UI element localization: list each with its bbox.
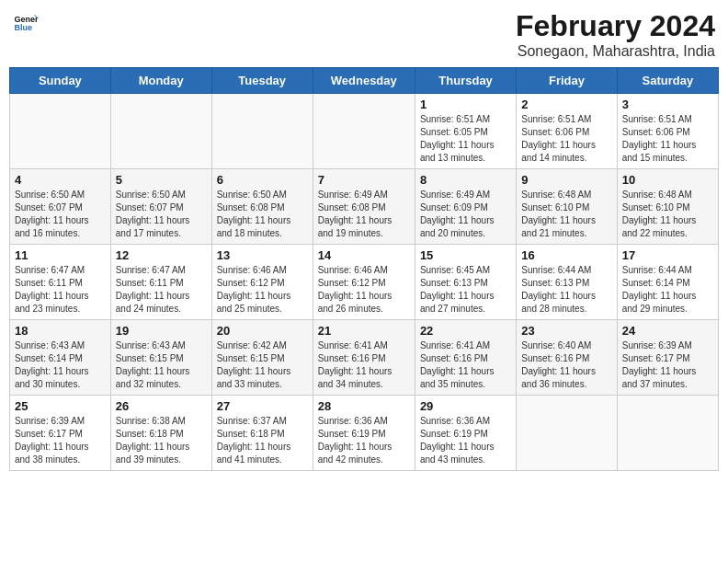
day-info: Sunrise: 6:39 AMSunset: 6:17 PMDaylight:… (622, 339, 713, 391)
day-info: Sunrise: 6:47 AMSunset: 6:11 PMDaylight:… (15, 264, 106, 316)
day-number: 15 (420, 248, 511, 262)
calendar-cell (313, 94, 415, 169)
calendar-cell: 11Sunrise: 6:47 AMSunset: 6:11 PMDayligh… (10, 245, 111, 320)
day-number: 22 (420, 324, 511, 338)
day-info: Sunrise: 6:41 AMSunset: 6:16 PMDaylight:… (318, 339, 410, 391)
day-header-sunday: Sunday (10, 68, 111, 94)
day-number: 28 (318, 399, 410, 413)
day-number: 18 (15, 324, 106, 338)
day-number: 26 (116, 399, 207, 413)
calendar-cell: 25Sunrise: 6:39 AMSunset: 6:17 PMDayligh… (10, 396, 111, 471)
calendar-cell: 5Sunrise: 6:50 AMSunset: 6:07 PMDaylight… (110, 169, 211, 245)
day-number: 10 (622, 173, 713, 187)
calendar-week-row: 1Sunrise: 6:51 AMSunset: 6:05 PMDaylight… (10, 94, 719, 169)
title-section: February 2024 Sonegaon, Maharashtra, Ind… (516, 9, 715, 60)
svg-text:Blue: Blue (14, 23, 32, 32)
day-number: 6 (217, 173, 308, 187)
day-info: Sunrise: 6:51 AMSunset: 6:05 PMDaylight:… (420, 113, 511, 165)
calendar-cell: 17Sunrise: 6:44 AMSunset: 6:14 PMDayligh… (617, 245, 718, 320)
day-number: 20 (217, 324, 308, 338)
day-info: Sunrise: 6:51 AMSunset: 6:06 PMDaylight:… (521, 113, 611, 165)
calendar-cell: 9Sunrise: 6:48 AMSunset: 6:10 PMDaylight… (517, 169, 617, 245)
day-info: Sunrise: 6:36 AMSunset: 6:19 PMDaylight:… (420, 415, 511, 466)
day-info: Sunrise: 6:44 AMSunset: 6:14 PMDaylight:… (622, 264, 713, 316)
calendar-cell: 2Sunrise: 6:51 AMSunset: 6:06 PMDaylight… (517, 94, 617, 169)
calendar-cell: 6Sunrise: 6:50 AMSunset: 6:08 PMDaylight… (211, 169, 313, 245)
day-info: Sunrise: 6:47 AMSunset: 6:11 PMDaylight:… (116, 264, 207, 316)
calendar-cell: 7Sunrise: 6:49 AMSunset: 6:08 PMDaylight… (313, 169, 415, 245)
calendar-cell: 26Sunrise: 6:38 AMSunset: 6:18 PMDayligh… (110, 396, 211, 471)
day-number: 23 (521, 324, 611, 338)
day-info: Sunrise: 6:36 AMSunset: 6:19 PMDaylight:… (318, 415, 410, 466)
day-info: Sunrise: 6:40 AMSunset: 6:16 PMDaylight:… (521, 339, 611, 391)
calendar-cell (517, 396, 617, 471)
calendar-cell: 8Sunrise: 6:49 AMSunset: 6:09 PMDaylight… (415, 169, 516, 245)
calendar-week-row: 25Sunrise: 6:39 AMSunset: 6:17 PMDayligh… (10, 396, 719, 471)
calendar-week-row: 18Sunrise: 6:43 AMSunset: 6:14 PMDayligh… (10, 320, 719, 396)
day-info: Sunrise: 6:43 AMSunset: 6:14 PMDaylight:… (15, 339, 106, 391)
day-info: Sunrise: 6:48 AMSunset: 6:10 PMDaylight:… (521, 189, 611, 240)
day-number: 5 (116, 173, 207, 187)
day-header-tuesday: Tuesday (211, 68, 313, 94)
logo: General Blue (13, 9, 39, 35)
calendar-cell (110, 94, 211, 169)
day-header-thursday: Thursday (415, 68, 516, 94)
day-number: 3 (622, 98, 713, 111)
calendar-cell: 10Sunrise: 6:48 AMSunset: 6:10 PMDayligh… (617, 169, 718, 245)
calendar-cell: 14Sunrise: 6:46 AMSunset: 6:12 PMDayligh… (313, 245, 415, 320)
calendar-cell: 15Sunrise: 6:45 AMSunset: 6:13 PMDayligh… (415, 245, 516, 320)
day-number: 7 (318, 173, 410, 187)
calendar-cell: 27Sunrise: 6:37 AMSunset: 6:18 PMDayligh… (211, 396, 313, 471)
day-info: Sunrise: 6:44 AMSunset: 6:13 PMDaylight:… (521, 264, 611, 316)
day-number: 17 (622, 248, 713, 262)
day-number: 19 (116, 324, 207, 338)
day-number: 16 (521, 248, 611, 262)
day-info: Sunrise: 6:38 AMSunset: 6:18 PMDaylight:… (116, 415, 207, 466)
calendar-cell: 23Sunrise: 6:40 AMSunset: 6:16 PMDayligh… (517, 320, 617, 396)
day-info: Sunrise: 6:39 AMSunset: 6:17 PMDaylight:… (15, 415, 106, 466)
day-number: 12 (116, 248, 207, 262)
day-number: 27 (217, 399, 308, 413)
day-number: 21 (318, 324, 410, 338)
day-info: Sunrise: 6:50 AMSunset: 6:08 PMDaylight:… (217, 189, 308, 240)
day-info: Sunrise: 6:51 AMSunset: 6:06 PMDaylight:… (622, 113, 713, 165)
day-info: Sunrise: 6:49 AMSunset: 6:09 PMDaylight:… (420, 189, 511, 240)
day-header-friday: Friday (517, 68, 617, 94)
calendar-cell: 20Sunrise: 6:42 AMSunset: 6:15 PMDayligh… (211, 320, 313, 396)
calendar-cell: 24Sunrise: 6:39 AMSunset: 6:17 PMDayligh… (617, 320, 718, 396)
calendar-subtitle: Sonegaon, Maharashtra, India (516, 43, 715, 60)
calendar-week-row: 11Sunrise: 6:47 AMSunset: 6:11 PMDayligh… (10, 245, 719, 320)
day-info: Sunrise: 6:50 AMSunset: 6:07 PMDaylight:… (15, 189, 106, 240)
day-info: Sunrise: 6:45 AMSunset: 6:13 PMDaylight:… (420, 264, 511, 316)
day-info: Sunrise: 6:50 AMSunset: 6:07 PMDaylight:… (116, 189, 207, 240)
calendar-cell: 16Sunrise: 6:44 AMSunset: 6:13 PMDayligh… (517, 245, 617, 320)
calendar-cell (211, 94, 313, 169)
day-number: 13 (217, 248, 308, 262)
day-info: Sunrise: 6:46 AMSunset: 6:12 PMDaylight:… (318, 264, 410, 316)
day-number: 9 (521, 173, 611, 187)
day-number: 11 (15, 248, 106, 262)
day-header-saturday: Saturday (617, 68, 718, 94)
calendar-cell: 12Sunrise: 6:47 AMSunset: 6:11 PMDayligh… (110, 245, 211, 320)
day-info: Sunrise: 6:43 AMSunset: 6:15 PMDaylight:… (116, 339, 207, 391)
calendar-cell: 29Sunrise: 6:36 AMSunset: 6:19 PMDayligh… (415, 396, 516, 471)
day-info: Sunrise: 6:48 AMSunset: 6:10 PMDaylight:… (622, 189, 713, 240)
day-number: 2 (521, 98, 611, 111)
day-number: 4 (15, 173, 106, 187)
day-info: Sunrise: 6:42 AMSunset: 6:15 PMDaylight:… (217, 339, 308, 391)
calendar-cell: 1Sunrise: 6:51 AMSunset: 6:05 PMDaylight… (415, 94, 516, 169)
day-number: 14 (318, 248, 410, 262)
calendar-cell: 19Sunrise: 6:43 AMSunset: 6:15 PMDayligh… (110, 320, 211, 396)
calendar-cell: 21Sunrise: 6:41 AMSunset: 6:16 PMDayligh… (313, 320, 415, 396)
day-number: 8 (420, 173, 511, 187)
day-header-monday: Monday (110, 68, 211, 94)
calendar-title: February 2024 (516, 9, 715, 43)
day-number: 1 (420, 98, 511, 111)
calendar-week-row: 4Sunrise: 6:50 AMSunset: 6:07 PMDaylight… (10, 169, 719, 245)
calendar-cell: 3Sunrise: 6:51 AMSunset: 6:06 PMDaylight… (617, 94, 718, 169)
calendar-cell (617, 396, 718, 471)
day-info: Sunrise: 6:37 AMSunset: 6:18 PMDaylight:… (217, 415, 308, 466)
page-header: General Blue February 2024 Sonegaon, Mah… (9, 9, 719, 60)
day-info: Sunrise: 6:46 AMSunset: 6:12 PMDaylight:… (217, 264, 308, 316)
day-number: 25 (15, 399, 106, 413)
